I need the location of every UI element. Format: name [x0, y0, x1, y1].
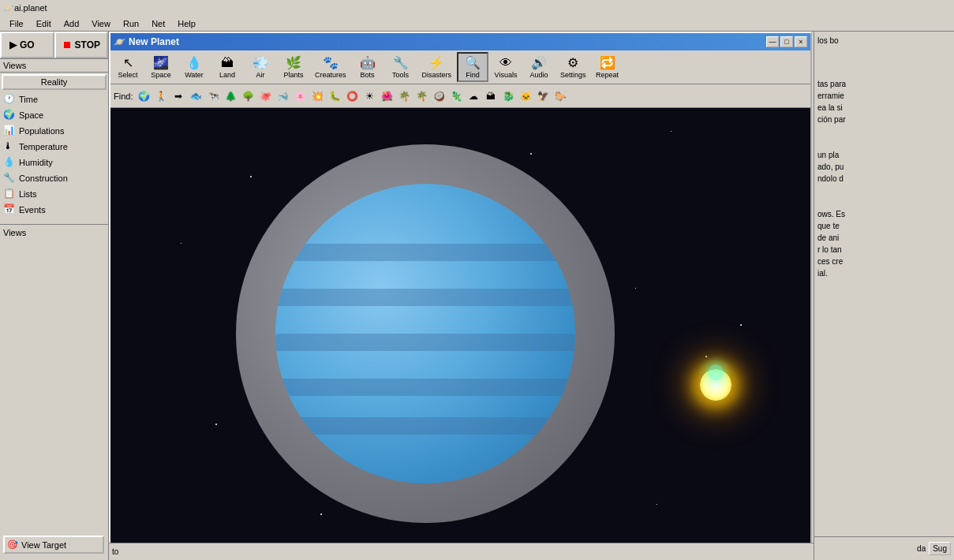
- tool-visuals[interactable]: 👁 Visuals: [490, 54, 522, 81]
- sidebar-item-populations[interactable]: 📊 Populations: [0, 123, 108, 139]
- go-button[interactable]: ▶ GO: [0, 32, 54, 58]
- minimize-button[interactable]: —: [766, 36, 779, 47]
- star: [740, 324, 742, 326]
- tool-bots[interactable]: 🤖 Bots: [352, 53, 383, 81]
- find-icon-cow[interactable]: 🐄: [205, 88, 221, 104]
- go-label: GO: [20, 39, 35, 50]
- tool-land[interactable]: 🏔 Land: [211, 54, 243, 81]
- sidebar-item-construction[interactable]: 🔧 Construction: [0, 170, 108, 186]
- sidebar-item-time[interactable]: 🕐 Time: [0, 91, 108, 107]
- time-icon: 🕐: [3, 93, 16, 106]
- water-icon: 💧: [186, 55, 202, 70]
- planet-band-2: [275, 289, 575, 306]
- find-icon-lizard[interactable]: 🦎: [448, 88, 464, 104]
- tool-water-label: Water: [185, 71, 204, 79]
- sidebar-item-lists[interactable]: 📋 Lists: [0, 186, 108, 202]
- os-title: ai.planet: [14, 3, 47, 13]
- sidebar-item-space[interactable]: 🌍 Space: [0, 107, 108, 123]
- tool-select[interactable]: ↖ Select: [112, 53, 144, 81]
- menu-file[interactable]: File: [3, 17, 30, 30]
- find-icon-circle[interactable]: ⭕: [344, 88, 360, 104]
- right-text-line-1: los bo: [817, 35, 951, 47]
- maximize-button[interactable]: □: [780, 36, 793, 47]
- find-icon-globe[interactable]: 🌍: [136, 88, 152, 104]
- tool-plants[interactable]: 🌿 Plants: [278, 53, 309, 81]
- close-button[interactable]: ×: [795, 36, 807, 47]
- tool-repeat[interactable]: 🔁 Repeat: [592, 53, 623, 81]
- tool-disasters[interactable]: ⚡ Disasters: [418, 53, 456, 81]
- sidebar-item-space-label: Space: [19, 110, 43, 120]
- planet-band-4: [275, 379, 575, 396]
- find-icon-mountain[interactable]: 🏔: [483, 88, 499, 104]
- tools-icon: 🔧: [393, 55, 409, 70]
- left-sidebar: ▶ GO ⏹ STOP Views Reality 🕐 Time 🌍 Space…: [0, 32, 109, 560]
- sun-highlight: [708, 364, 724, 380]
- right-text-line-14: ial.: [817, 267, 951, 279]
- settings-icon: ⚙: [567, 55, 578, 70]
- find-icon-coconut[interactable]: 🥥: [431, 88, 447, 104]
- plants-icon: 🌿: [286, 55, 301, 70]
- go-icon: ▶: [9, 39, 17, 50]
- right-text-line-7: ado, pu: [817, 161, 951, 173]
- find-icon-fish[interactable]: 🐟: [188, 88, 204, 104]
- tool-find[interactable]: 🔍 Find: [457, 52, 488, 82]
- menu-edit[interactable]: Edit: [30, 17, 58, 30]
- tool-settings[interactable]: ⚙ Settings: [556, 53, 590, 81]
- reality-section: Reality: [0, 73, 108, 91]
- stop-button[interactable]: ⏹ STOP: [54, 32, 108, 58]
- find-icon-arrow[interactable]: ➡: [170, 88, 186, 104]
- menu-help[interactable]: Help: [171, 17, 202, 30]
- find-icon-sun[interactable]: ☀: [361, 88, 377, 104]
- find-icon-flower[interactable]: 🌸: [292, 88, 308, 104]
- tool-tools[interactable]: 🔧 Tools: [385, 53, 417, 81]
- find-icon-dragon[interactable]: 🐉: [500, 88, 516, 104]
- star: [215, 424, 217, 425]
- find-icon-tree2[interactable]: 🌳: [240, 88, 256, 104]
- find-icon-cat[interactable]: 🐱: [518, 88, 533, 104]
- tool-audio[interactable]: 🔊 Audio: [523, 53, 555, 81]
- tool-tools-label: Tools: [392, 71, 409, 79]
- view-target-button[interactable]: 🎯 View Target: [3, 536, 104, 554]
- find-icon-person[interactable]: 🚶: [153, 88, 169, 104]
- menu-net[interactable]: Net: [145, 17, 171, 30]
- menu-view[interactable]: View: [85, 17, 117, 30]
- right-panel: los bo tas para erramie ea la si ción pa…: [814, 32, 954, 536]
- tool-space[interactable]: 🌌 Space: [145, 53, 177, 81]
- sidebar-item-construction-label: Construction: [19, 174, 68, 183]
- planet-band-5: [275, 417, 575, 435]
- find-icon-octopus[interactable]: 🐙: [257, 88, 273, 104]
- find-icon-cloud[interactable]: ☁: [466, 88, 481, 104]
- find-icon-bug[interactable]: 🐛: [327, 88, 342, 104]
- tool-water[interactable]: 💧 Water: [178, 53, 210, 81]
- find-icon-whale[interactable]: 🐋: [275, 88, 290, 104]
- right-text-line-8: ndolo d: [817, 173, 951, 185]
- right-text-line-9: ows. Es: [817, 208, 951, 220]
- toolbar: ↖ Select 🌌 Space 💧 Water 🏔 Land 💨: [110, 50, 810, 84]
- tool-air[interactable]: 💨 Air: [245, 53, 276, 81]
- tool-visuals-label: Visuals: [495, 71, 518, 79]
- sidebar-item-temperature[interactable]: 🌡 Temperature: [0, 139, 108, 155]
- reality-header[interactable]: Reality: [2, 74, 107, 90]
- stop-label: STOP: [75, 39, 100, 50]
- find-icon-tree1[interactable]: 🌲: [223, 88, 238, 104]
- star: [530, 153, 532, 155]
- find-icon-hibiscus[interactable]: 🌺: [379, 88, 395, 104]
- tool-creatures[interactable]: 🐾 Creatures: [311, 53, 350, 81]
- menu-add[interactable]: Add: [58, 17, 86, 30]
- menu-run[interactable]: Run: [117, 17, 145, 30]
- sidebar-item-humidity[interactable]: 💧 Humidity: [0, 155, 108, 170]
- tool-settings-label: Settings: [560, 71, 586, 79]
- sidebar-item-temperature-label: Temperature: [19, 142, 68, 151]
- planet-canvas[interactable]: [110, 108, 810, 558]
- sidebar-item-events[interactable]: 📅 Events: [0, 202, 108, 218]
- lists-icon: 📋: [3, 188, 16, 200]
- suggest-button[interactable]: Sug: [929, 542, 951, 555]
- find-icon-explosion[interactable]: 💥: [309, 88, 325, 104]
- find-icon-eagle[interactable]: 🦅: [535, 88, 551, 104]
- stop-icon: ⏹: [62, 39, 72, 50]
- find-icon-horse[interactable]: 🐎: [552, 88, 568, 104]
- find-icon-palm2[interactable]: 🌴: [413, 88, 429, 104]
- land-icon: 🏔: [221, 56, 234, 70]
- find-icon-palm1[interactable]: 🌴: [396, 88, 412, 104]
- tool-repeat-label: Repeat: [596, 71, 619, 79]
